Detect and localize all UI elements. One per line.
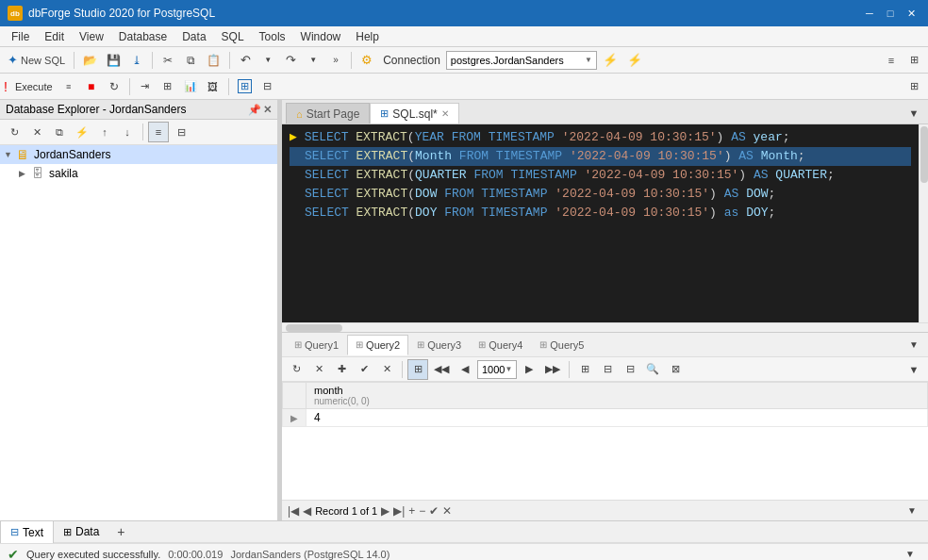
result-add-button[interactable]: ✚	[331, 359, 352, 380]
redo-button[interactable]: ↷	[280, 50, 301, 71]
sidebar-pin-button[interactable]: 📌	[248, 104, 261, 116]
tab-menu-button[interactable]: ▼	[903, 103, 924, 124]
result-filter-button[interactable]: ⊠	[665, 359, 686, 380]
stop-button[interactable]: ■	[81, 76, 102, 97]
status-options-button[interactable]: ▼	[900, 544, 920, 561]
result-prev-page[interactable]: ◀◀	[430, 359, 453, 380]
result-tab-query1[interactable]: ⊞ Query1	[286, 335, 347, 355]
undo-button[interactable]: ↶	[235, 50, 256, 71]
menu-tools[interactable]: Tools	[252, 28, 293, 45]
result-table-view[interactable]: ⊞	[574, 359, 595, 380]
result-refresh-button[interactable]: ↻	[286, 359, 307, 380]
results-panel-collapse[interactable]: ▼	[903, 335, 924, 355]
open-button[interactable]: 📂	[79, 50, 101, 71]
results-nav-options[interactable]: ▼	[902, 501, 922, 521]
undo-dropdown[interactable]: ▼	[257, 50, 278, 71]
execute-button[interactable]: Execute	[11, 76, 57, 97]
nav-prev-button[interactable]: ◀	[303, 504, 311, 518]
tab-sql[interactable]: ⊞ SQL.sql* ✕	[370, 103, 458, 124]
extra-button[interactable]: ⊞	[903, 50, 924, 71]
save-button[interactable]: 💾	[103, 50, 124, 71]
bottom-text-tab[interactable]: ⊟ Text	[0, 520, 54, 543]
sql-editor[interactable]: ▶ SELECT EXTRACT(YEAR FROM TIMESTAMP '20…	[282, 124, 919, 322]
view-options-button[interactable]: ≡	[881, 50, 902, 71]
results-toolbar-options[interactable]: ▼	[903, 359, 924, 380]
result-tab-query4[interactable]: ⊞ Query4	[470, 335, 531, 355]
sidebar-close-button[interactable]: ✕	[263, 104, 272, 116]
title-controls: ─ □ ✕	[860, 6, 920, 21]
add-tab-button[interactable]: +	[110, 521, 131, 542]
result-search-button[interactable]: 🔍	[642, 359, 663, 380]
menu-view[interactable]: View	[72, 28, 111, 45]
sidebar-properties-button[interactable]: ≡	[148, 122, 169, 142]
menu-help[interactable]: Help	[348, 28, 387, 45]
refresh-button[interactable]: ↻	[104, 76, 124, 97]
editor-scrollbar[interactable]	[919, 124, 928, 322]
result-prev-button[interactable]: ◀	[455, 359, 475, 380]
result-form-view[interactable]: ⊟	[597, 359, 618, 380]
bottom-data-tab[interactable]: ⊞ Data	[54, 521, 108, 542]
menu-file[interactable]: File	[4, 28, 37, 45]
connect-button[interactable]: ⚡	[599, 50, 621, 71]
exec-option-button[interactable]: ≡	[58, 76, 79, 97]
result-apply-button[interactable]: ✔	[354, 359, 374, 380]
save-all-button[interactable]: ⤓	[126, 50, 147, 71]
result-discard-button[interactable]: ✕	[376, 359, 397, 380]
nav-minus-button[interactable]: −	[419, 504, 425, 518]
title-bar: db dbForge Studio 2020 for PostgreSQL ─ …	[0, 0, 928, 26]
editor-hscrollbar[interactable]	[282, 322, 928, 332]
sql-tab-close[interactable]: ✕	[441, 108, 449, 119]
nav-next-button[interactable]: ▶	[381, 504, 389, 518]
cut-button[interactable]: ✂	[157, 50, 178, 71]
results-option-button[interactable]: ⊞	[903, 76, 924, 97]
paste-button[interactable]: 📋	[203, 50, 224, 71]
new-sql-button[interactable]: ✦ New SQL	[4, 50, 69, 71]
sidebar-up-button[interactable]: ↑	[94, 122, 115, 142]
sidebar-copy-button[interactable]: ⧉	[49, 122, 70, 142]
nav-check-button[interactable]: ✔	[429, 504, 439, 518]
result-grid-button[interactable]: ⊞	[407, 359, 428, 380]
tree-root-item[interactable]: ▼ 🖥 JordanSanders	[0, 145, 277, 164]
menu-data[interactable]: Data	[174, 28, 213, 45]
plugin-button[interactable]: ⚙	[356, 50, 377, 71]
sidebar-filter-button[interactable]: ⚡	[72, 122, 92, 142]
close-button[interactable]: ✕	[902, 6, 920, 21]
nav-cancel-nav-button[interactable]: ✕	[442, 504, 452, 518]
menu-database[interactable]: Database	[111, 28, 174, 45]
tree-arrow-root: ▼	[4, 150, 15, 159]
result-tab-query3[interactable]: ⊞ Query3	[408, 335, 470, 355]
menu-edit[interactable]: Edit	[37, 28, 72, 45]
format-button[interactable]: ⇥	[135, 76, 156, 97]
tree-child-item[interactable]: ▶ 🗄 sakila	[0, 164, 277, 183]
nav-first-button[interactable]: |◀	[288, 504, 299, 518]
copy-button[interactable]: ⧉	[180, 50, 201, 71]
grid-view-button[interactable]: ⊞	[157, 76, 178, 97]
limit-value[interactable]: 1000	[482, 364, 505, 375]
columns-button[interactable]: ⊟	[257, 76, 278, 97]
minimize-button[interactable]: ─	[860, 6, 879, 21]
restore-button[interactable]: □	[881, 6, 900, 21]
result-cancel-button[interactable]: ✕	[308, 359, 329, 380]
image-button[interactable]: 🖼	[203, 76, 224, 97]
disconnect-button[interactable]: ⚡	[623, 50, 646, 71]
nav-add-button[interactable]: +	[408, 504, 415, 518]
tab-start-page[interactable]: ⌂ Start Page	[286, 103, 370, 124]
menu-window[interactable]: Window	[293, 28, 349, 45]
chart-button[interactable]: 📊	[180, 76, 201, 97]
result-tab-query2[interactable]: ⊞ Query2	[347, 335, 408, 355]
result-next-button[interactable]: ▶	[519, 359, 539, 380]
limit-dropdown-arrow[interactable]: ▼	[505, 365, 512, 373]
result-next-page[interactable]: ▶▶	[541, 359, 564, 380]
result-split-view[interactable]: ⊟	[620, 359, 640, 380]
sidebar-view-button[interactable]: ⊟	[171, 122, 191, 142]
sidebar-down-button[interactable]: ↓	[117, 122, 138, 142]
result-tab-query5[interactable]: ⊞ Query5	[531, 335, 592, 355]
more-button[interactable]: »	[325, 50, 346, 71]
connection-dropdown[interactable]: postgres.JordanSanders ▼	[446, 51, 597, 70]
sidebar-refresh-button[interactable]: ↻	[4, 122, 25, 142]
table-layout-button[interactable]: ⊞	[234, 76, 256, 97]
nav-last-button[interactable]: ▶|	[393, 504, 405, 518]
menu-sql[interactable]: SQL	[214, 28, 252, 45]
redo-dropdown[interactable]: ▼	[303, 50, 323, 71]
sidebar-delete-button[interactable]: ✕	[26, 122, 47, 142]
